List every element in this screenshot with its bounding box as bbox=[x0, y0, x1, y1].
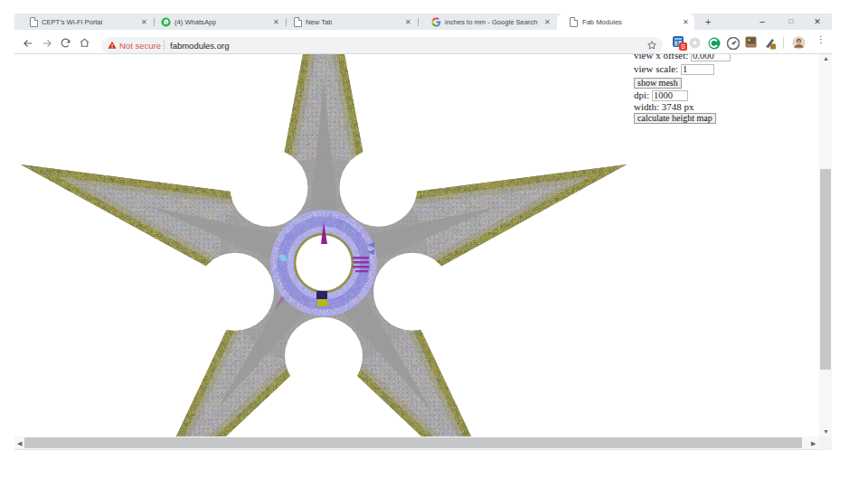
svg-text:S: S bbox=[681, 43, 685, 50]
